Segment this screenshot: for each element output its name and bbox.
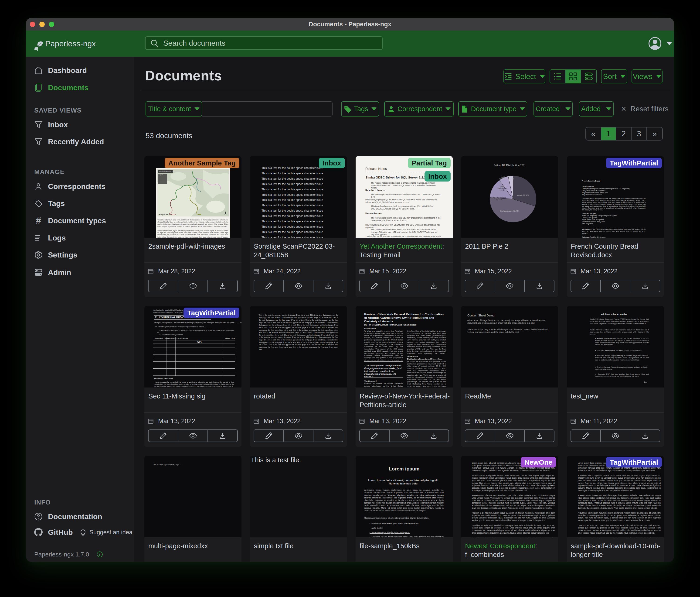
svg-text:Pre-hypertension, 212, 42%: Pre-hypertension, 212, 42% [500, 210, 519, 212]
svg-text:Contact Hours: Contact Hours [224, 338, 235, 340]
svg-text:Boundary Waters Trip: Boundary Waters Trip [158, 171, 174, 172]
svg-text:Google Earth: Google Earth [158, 213, 170, 216]
svg-text:Course Name: Course Name [176, 338, 188, 340]
svg-text:Legend: Legend [158, 174, 163, 175]
svg-text:Stage 1 Hypertension,: Stage 1 Hypertension, [492, 197, 507, 198]
svg-text:Completion Date: Completion Date [154, 338, 168, 340]
svg-text:Provider #: Provider # [167, 338, 176, 340]
svg-text:65, 13%: 65, 13% [496, 198, 502, 200]
svg-text:Isolated Systolic: Isolated Systolic [501, 176, 512, 178]
svg-text:44, 9%: 44, 9% [500, 189, 505, 191]
svg-text:Hypertension, 31, 6%: Hypertension, 31, 6% [499, 178, 514, 180]
svg-text:Normal, 150, 30%: Normal, 150, 30% [517, 194, 529, 196]
svg-text:Hypertension,: Hypertension, [498, 187, 507, 189]
svg-text:N\A: N\A [197, 340, 202, 343]
svg-text:Stage 2: Stage 2 [500, 186, 505, 187]
